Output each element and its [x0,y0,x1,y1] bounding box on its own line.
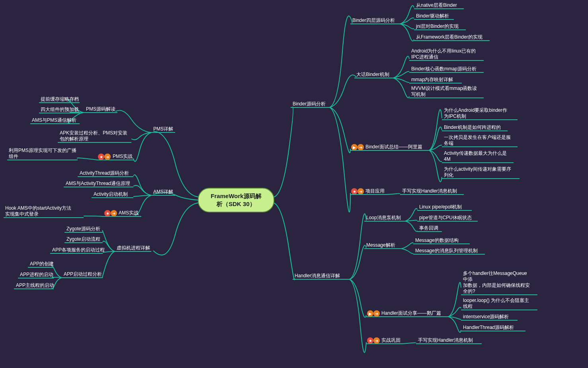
vm-leaf: Zygote启动流程 [66,236,100,242]
svg-text:➜: ➜ [359,145,362,150]
handler-b2-leaf: Message的消息队列管理机制 [415,248,478,253]
binder-leaf: Binder驱动解析 [416,13,449,19]
binder-b2-leaf: Binder核心函数mmap源码分析 [411,66,477,72]
binder-leaf: 从Framework层看Binder的实现 [416,34,483,40]
handler-title: Handler消息通信详解 [295,273,340,278]
svg-text:➜: ➜ [112,211,115,216]
binder-b2-leaf: mmap内存映射详解 [411,77,453,82]
binder-b3-l5a: 为什么activity间传递对象需要序 [444,166,511,172]
binder-b3-leaf: Binder机制是如何跨进程的 [444,125,501,130]
binder-b3-l1b: 为IPC机制 [444,113,466,119]
pms-b2-title2: 包的解析原理 [60,136,88,142]
binder-leaf: jni层对Binder的实现 [416,23,459,29]
binder-b3-l1a: 为什么Android要采取binder作 [444,107,507,113]
handler-b3-l1a: 多个handler往MessageQueue [463,271,527,276]
branch-handler[interactable]: Handler消息通信详解 Loop消息泵机制 Linux pipe/epoll… [274,203,537,352]
binder-b1-title: Binder四层源码分析 [352,18,395,23]
handler-b3-l2b: 线程 [463,304,473,309]
handler-b4-leaf: 手写实现Handler消息机制 [418,337,473,343]
pms-b1-title: PMS源码解读 [86,106,115,112]
vm-title: 虚拟机进程详解 [117,245,150,251]
handler-b3-l1d: 全的? [463,288,475,294]
handler-leaf: pipe管道与CPU休眠状态 [419,215,472,220]
binder-b2-leaf4b: 写机制 [411,92,426,97]
ams-title: AMS详解 [153,189,173,195]
svg-text:▶: ▶ [353,145,356,150]
ams-leaf: ActivityThread源码分析 [80,170,129,176]
branch-binder[interactable]: Binder源码分析 Binder四层源码分析 从native层看Binder … [274,2,520,212]
pms-title: PMS详解 [153,126,173,132]
vm-b2-title: APP启动过程分析 [64,271,102,277]
star-icon: ★➜ [98,154,111,160]
binder-b3-l3b: 务端 [444,140,453,146]
pms-b3-leaf: 利用PMS原理实现可下发的广播 [9,148,76,153]
handler-b3-title: Handler面试分享——鹅厂篇 [381,310,441,316]
star-icon: ▶➜ [367,310,380,317]
svg-rect-0 [198,188,274,212]
ams-b2-title: AMS实战 [119,210,139,216]
handler-leaf: 事务回调 [419,225,438,231]
vm-b2-leaf: APP进程的启动 [20,272,53,277]
binder-b2-title: 大话Binder机制 [356,72,389,77]
binder-b3-title: Binder面试总结——阿里篇 [365,144,422,150]
binder-b2-leaf1a: Android为什么不用linux已有的 [411,48,476,54]
binder-b3-l4a: Activity传递数据最大为什么是 [444,150,507,156]
svg-text:★: ★ [369,339,372,343]
binder-b4-title: 项目应用 [365,188,385,194]
pms-b2-title: APK安装过程分析、PMS对安装 [60,130,127,136]
pms-leaf: 四大组件的预加载 [41,107,79,112]
branch-ams[interactable]: AMS详解 ActivityThread源码分析 AMS与ActivityThr… [4,170,198,218]
binder-b3-l4b: 4M [444,156,451,162]
handler-b3-l2a: looper.loop() 为什么不会阻塞主 [463,298,529,303]
svg-text:➜: ➜ [106,155,109,159]
pms-b3-leaf2: 组件 [9,154,18,159]
pms-leaf: 提前缓存缩略存档 [41,96,79,102]
central-title-2: 析（SDK 30） [216,201,256,207]
binder-b3-l3a: 一次拷贝是发生在客户端还是服 [444,134,511,140]
svg-text:➜: ➜ [359,189,362,194]
binder-b4-leaf: 手写实现Handler消息机制 [402,188,457,194]
central-title-1: FrameWork源码解 [211,193,261,199]
vm-leaf: APP各项服务的启动过程 [52,247,105,253]
central-node[interactable]: FrameWork源码解 析（SDK 30） [198,188,274,212]
handler-b3-leaf: HandlerThread源码解析 [463,325,514,330]
star-icon: ▶➜ [351,144,364,150]
handler-b1-title: Loop消息泵机制 [366,215,401,220]
vm-b2-leaf: APP主线程的启动 [16,282,54,288]
handler-b2-leaf: Message的数据结构 [415,238,459,243]
pms-leaf: AMS与PMS通信解析 [32,117,76,123]
pms-b3-title: PMS实战 [113,154,133,159]
svg-text:★: ★ [100,155,103,159]
vm-b2-leaf: APP的创建 [30,261,54,267]
ams-leaf: Activity启动机制 [94,191,128,197]
binder-b2-leaf4a: MVVM设计模式看mmap函数读 [411,86,477,91]
ams-leaf: AMS与ActivityThread通信原理 [66,181,130,186]
binder-title: Binder源码分析 [293,101,326,107]
ams-b2-leaf2: 实现集中式登录 [5,211,39,217]
handler-b3-leaf: intentservice源码解析 [463,314,509,319]
binder-b3-l5b: 列化 [444,172,453,178]
star-icon: ★➜ [367,337,380,344]
svg-text:▶: ▶ [369,312,372,316]
handler-b3-l1c: 加数据，内部是如何确保线程安 [463,282,530,288]
handler-b2-title: Message解析 [366,242,395,248]
star-icon: ★➜ [104,210,117,216]
svg-text:➜: ➜ [375,312,378,316]
vm-leaf: Zygote源码分析 [66,226,100,232]
svg-text:★: ★ [353,189,356,194]
ams-b2-leaf: Hook AMS中的startActivity方法 [5,205,71,211]
mindmap-canvas: FrameWork源码解 析（SDK 30） PMS详解 PMS源码解读 提前缓… [0,0,588,368]
handler-b3-l1b: 中添 [463,276,473,282]
handler-b4-title: 实战巩固 [381,337,400,343]
star-icon: ★➜ [351,188,364,195]
binder-b2-leaf1b: IPC进程通信 [411,54,438,60]
handler-leaf: Linux pipe/epoll机制 [419,204,462,210]
svg-text:➜: ➜ [375,339,378,343]
binder-leaf: 从native层看Binder [416,2,457,8]
svg-text:★: ★ [106,211,109,216]
